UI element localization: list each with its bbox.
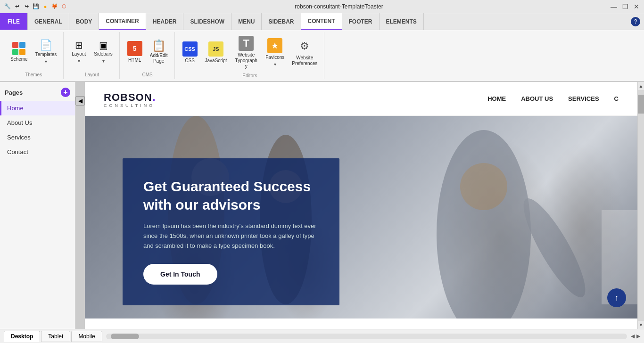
ribbon-group-cms: 5 HTML 📋 Add/Edit Page CMS [121,32,175,79]
scroll-up-arrow[interactable]: ▲ [637,82,644,90]
add-page-icon: + [63,88,67,97]
svg-point-4 [437,130,531,318]
site-logo-area: ROBSON . CONSULTING [104,90,156,108]
javascript-icon: JS [208,41,223,57]
restore-button[interactable]: ❐ [621,3,629,10]
favicons-button[interactable]: ★ Favicons ▾ [263,36,287,69]
website-typography-button[interactable]: T Website Typography [231,34,261,71]
svg-point-5 [460,163,507,210]
redo-icon[interactable]: ↪ [23,3,30,10]
menu-slideshow[interactable]: SLIDESHOW [183,13,231,30]
html-icon: 5 [127,41,142,56]
sidebars-icon: ▣ [99,41,108,50]
menu-footer[interactable]: FOOTER [342,13,380,30]
layout-button[interactable]: ⊞ Layout ▾ [68,39,89,65]
html5-icon: ⬡ [60,3,68,10]
collapse-icon: ◀ [78,98,83,104]
hero-description: Lorem Ipsum has been the industry's stan… [143,221,319,251]
preferences-icon: ⚙ [297,39,312,54]
app-icon: 🔧 [4,3,11,10]
scrollbar-thumb[interactable] [638,95,644,114]
favicons-icon: ★ [267,38,282,53]
sidebar-item-about-us[interactable]: About Us [0,115,75,130]
css-button[interactable]: CSS CSS [180,40,200,65]
horizontal-scrollbar-thumb[interactable] [111,334,139,339]
sidebar-item-home[interactable]: Home [0,101,75,115]
menu-header[interactable]: HEADER [146,13,184,30]
sidebars-button[interactable]: ▣ Sidebars ▾ [91,39,115,65]
nav-services[interactable]: SERVICES [568,95,599,102]
menu-content[interactable]: CONTENT [301,13,342,30]
menu-elements[interactable]: ELEMENTS [380,13,424,30]
menu-file[interactable]: FILE [0,13,28,30]
add-edit-page-button[interactable]: 📋 Add/Edit Page [147,38,171,66]
undo-icon[interactable]: ↩ [13,3,21,10]
ribbon-group-editors: CSS CSS JS JavaScript T Website Typograp… [176,32,325,79]
website-preferences-button[interactable]: ⚙ Website Preferences [289,37,320,68]
menu-sidebar[interactable]: SIDEBAR [262,13,301,30]
canvas-area: ◀ ROBSON . CONSULTING HOME ABOUT US SERV… [75,82,637,329]
css-icon: CSS [182,41,198,57]
menu-menu[interactable]: MENU [231,13,262,30]
save-icon[interactable]: 💾 [32,3,40,10]
window-title: robson-consultant-TemplateToaster [68,3,610,10]
logo-dot: . [152,90,156,104]
layout-chevron: ▾ [78,58,80,64]
tab-desktop[interactable]: Desktop [4,331,40,342]
help-button[interactable]: ? [631,17,640,26]
website-preview: ROBSON . CONSULTING HOME ABOUT US SERVIC… [85,82,637,329]
tab-mobile[interactable]: Mobile [71,331,102,342]
pages-label: Pages [5,89,23,96]
site-nav-links: HOME ABOUT US SERVICES C [487,95,619,102]
add-page-button[interactable]: + [61,88,70,97]
ribbon-cms-items: 5 HTML 📋 Add/Edit Page [124,34,171,70]
ribbon-group-themes: Scheme 📄 Templates ▾ Themes [4,32,64,79]
sidebar-item-services[interactable]: Services [0,130,75,145]
close-button[interactable]: ✕ [633,3,640,10]
scroll-down-arrow[interactable]: ▼ [637,321,644,329]
scheme-button[interactable]: Scheme [8,40,31,64]
scroll-up-icon: ↑ [615,293,619,303]
browser-icon-1[interactable]: ● [41,3,49,10]
templates-button[interactable]: 📄 Templates ▾ [33,38,60,66]
minimize-button[interactable]: — [610,3,618,10]
scheme-icon [12,42,25,55]
title-bar-right: — ❐ ✕ [610,3,640,10]
ribbon-editors-items: CSS CSS JS JavaScript T Website Typograp… [180,34,321,71]
bottom-nav-right[interactable]: ▶ [636,333,640,339]
pages-sidebar: Pages + Home About Us Services Contact [0,82,75,329]
typography-icon: T [239,36,254,51]
bottom-bar: Desktop Tablet Mobile ◀ ▶ [0,329,644,343]
sidebars-chevron: ▾ [102,58,105,64]
tab-tablet[interactable]: Tablet [41,331,70,342]
logo-subtitle: CONSULTING [104,103,156,108]
site-nav: ROBSON . CONSULTING HOME ABOUT US SERVIC… [85,82,637,116]
menu-container[interactable]: CONTAINER [99,13,146,30]
hero-title: Get Guaranteed Success with our advisors [143,177,319,214]
scrollbar-track [638,90,644,321]
browser-icon-2[interactable]: 🦊 [51,3,58,10]
scroll-up-button[interactable]: ↑ [607,288,626,307]
collapse-sidebar-button[interactable]: ◀ [75,96,85,106]
hero-cta-button[interactable]: Get In Touch [143,264,217,285]
sidebar-item-contact[interactable]: Contact [0,145,75,159]
logo-name: ROBSON [104,91,152,104]
ribbon-themes-items: Scheme 📄 Templates ▾ [8,34,59,70]
bottom-tabs: Desktop Tablet Mobile [4,331,102,342]
ribbon-layout-items: ⊞ Layout ▾ ▣ Sidebars ▾ [68,34,115,70]
menu-body[interactable]: BODY [69,13,99,30]
title-bar: 🔧 ↩ ↪ 💾 ● 🦊 ⬡ robson-consultant-Template… [0,0,644,13]
nav-more[interactable]: C [614,95,619,102]
html-button[interactable]: 5 HTML [124,39,145,65]
menu-toolbar: FILE GENERAL BODY CONTAINER HEADER SLIDE… [0,13,644,30]
menu-general[interactable]: GENERAL [28,13,69,30]
bottom-nav-left[interactable]: ◀ [631,333,635,339]
hero-section: Get Guaranteed Success with our advisors… [85,116,637,318]
logo-text: ROBSON . [104,90,156,104]
templates-icon: 📄 [40,40,52,50]
nav-home[interactable]: HOME [487,95,506,102]
horizontal-scrollbar[interactable] [106,334,627,339]
layout-icon: ⊞ [75,41,83,50]
nav-about[interactable]: ABOUT US [521,95,553,102]
javascript-button[interactable]: JS JavaScript [202,40,230,65]
